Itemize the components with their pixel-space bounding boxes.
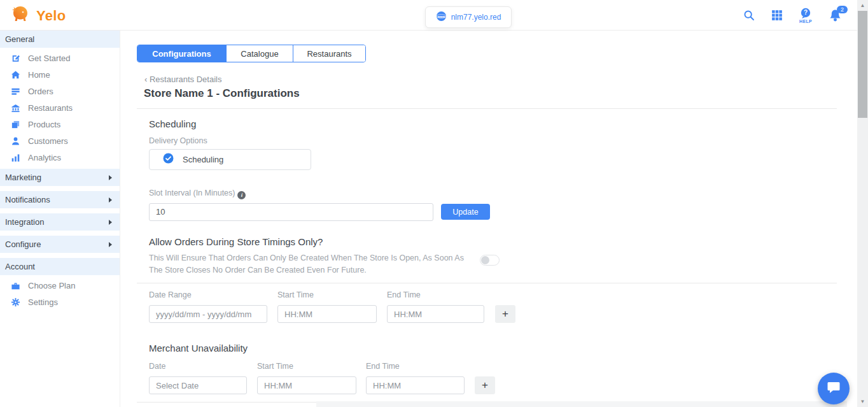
tab-restaurants[interactable]: Restaurants (293, 45, 365, 62)
sidebar-section-configure[interactable]: Configure (0, 236, 120, 253)
top-header: Yelo www nlm77.yelo.red (0, 0, 857, 31)
start-time-label: Start Time (257, 362, 366, 371)
settings-gear-icon (11, 297, 20, 307)
chevron-right-icon (109, 242, 112, 247)
unavailability-end-time-input[interactable] (366, 376, 465, 394)
merchant-unavailability-heading: Merchant Unavailability (149, 343, 837, 353)
sidebar-section-account[interactable]: Account (0, 258, 120, 275)
sidebar-item-label: Choose Plan (28, 281, 75, 290)
sidebar-section-notifications[interactable]: Notifications (0, 191, 120, 208)
section-label: Notifications (5, 195, 50, 204)
update-button[interactable]: Update (441, 204, 490, 220)
add-slot-button[interactable]: + (495, 305, 515, 323)
slot-interval-label: Slot Interval (In Minutes)i (149, 189, 837, 199)
store-url-text: nlm77.yelo.red (451, 13, 501, 22)
toggle-knob (481, 256, 489, 264)
edit-icon (11, 54, 20, 63)
sidebar-section-integration[interactable]: Integration (0, 213, 120, 231)
delivery-options-label: Delivery Options (149, 136, 837, 145)
store-timings-description: This Will Ensure That Orders Can Only Be… (149, 252, 467, 277)
scheduling-heading: Scheduling (149, 118, 837, 129)
sidebar-item-restaurants[interactable]: Restaurants (0, 99, 120, 116)
store-timings-toggle[interactable] (480, 255, 500, 266)
tab-bar: Configurations Catalogue Restaurants (137, 45, 366, 62)
section-label: Marketing (5, 173, 41, 182)
main-content: Configurations Catalogue Restaurants ‹ R… (137, 31, 837, 407)
help-label: HELP (799, 19, 812, 24)
help-icon[interactable]: ? HELP (799, 8, 812, 24)
sidebar-item-label: Customers (28, 136, 68, 146)
chevron-right-icon (109, 197, 112, 203)
sidebar-item-analytics[interactable]: Analytics (0, 149, 120, 166)
svg-text:www: www (437, 14, 445, 18)
start-time-input[interactable] (277, 305, 377, 323)
end-time-input[interactable] (387, 305, 484, 323)
sidebar-item-choose-plan[interactable]: Choose Plan (0, 277, 120, 294)
sidebar-item-label: Settings (28, 297, 58, 307)
delivery-option-scheduling[interactable]: Scheduling (149, 149, 311, 170)
breadcrumb-label: Restaurants Details (150, 75, 221, 84)
customers-icon (11, 136, 20, 146)
sidebar-item-products[interactable]: Products (0, 116, 120, 132)
orders-icon (11, 87, 20, 96)
breadcrumb-back[interactable]: ‹ Restaurants Details (144, 75, 837, 84)
sidebar-item-customers[interactable]: Customers (0, 132, 120, 149)
section-label: Account (5, 262, 35, 271)
slot-interval-input[interactable] (149, 203, 433, 221)
sidebar-item-get-started[interactable]: Get Started (0, 50, 120, 66)
delivery-option-label: Scheduling (183, 155, 223, 164)
sidebar-item-label: Restaurants (28, 103, 73, 113)
lion-logo-icon (9, 3, 32, 29)
notification-count-badge: 2 (837, 6, 848, 13)
sidebar: General Get Started Home Orders Restaura… (0, 31, 120, 407)
table-header-strip (316, 401, 847, 407)
scrollbar-up-arrow[interactable]: ▲ (857, 0, 868, 11)
date-range-label: Date Range (149, 290, 277, 299)
scrollbar-thumb[interactable] (858, 11, 867, 118)
end-time-label: End Time (387, 290, 421, 299)
sidebar-item-orders[interactable]: Orders (0, 83, 120, 99)
chevron-right-icon (109, 175, 112, 180)
sidebar-section-marketing[interactable]: Marketing (0, 169, 120, 186)
notifications-bell-icon[interactable]: 2 (829, 9, 842, 22)
sidebar-item-label: Products (28, 120, 60, 129)
divider (137, 283, 837, 283)
section-label: General (5, 34, 34, 44)
tab-catalogue[interactable]: Catalogue (226, 45, 293, 62)
add-unavailability-button[interactable]: + (475, 376, 495, 394)
chat-widget-button[interactable] (818, 373, 850, 404)
info-icon[interactable]: i (237, 191, 246, 199)
section-label: Integration (5, 217, 44, 227)
sidebar-item-home[interactable]: Home (0, 66, 120, 83)
end-time-label: End Time (366, 362, 400, 371)
yelo-logo[interactable]: Yelo (9, 3, 66, 29)
sidebar-item-label: Get Started (28, 54, 70, 63)
home-icon (11, 70, 20, 80)
sidebar-item-label: Home (28, 70, 50, 80)
tab-configurations[interactable]: Configurations (137, 45, 226, 62)
apps-grid-icon[interactable] (771, 10, 783, 21)
sidebar-item-settings[interactable]: Settings (0, 294, 120, 310)
date-label: Date (149, 362, 257, 371)
chat-bubble-icon (826, 380, 841, 397)
logo-wordmark: Yelo (36, 8, 66, 24)
divider (137, 108, 837, 109)
svg-text:?: ? (804, 9, 808, 16)
sidebar-item-label: Orders (28, 87, 53, 96)
restaurants-icon (11, 103, 20, 113)
unavailability-start-time-input[interactable] (257, 376, 356, 394)
sidebar-section-general[interactable]: General (0, 31, 120, 48)
plan-icon (11, 281, 20, 290)
date-range-input[interactable] (149, 305, 267, 323)
unavailability-date-input[interactable] (149, 376, 247, 394)
back-chevron-icon: ‹ (144, 75, 147, 84)
scrollbar-down-arrow[interactable]: ▼ (857, 396, 868, 407)
start-time-label: Start Time (277, 290, 387, 299)
section-label: Configure (5, 239, 41, 249)
store-timings-heading: Allow Orders During Store Timings Only? (149, 236, 837, 247)
store-url-chip[interactable]: www nlm77.yelo.red (425, 6, 512, 28)
page-scrollbar[interactable]: ▲ ▼ (857, 0, 868, 407)
chevron-right-icon (109, 220, 112, 225)
search-icon[interactable] (743, 10, 755, 21)
sidebar-item-label: Analytics (28, 153, 61, 162)
